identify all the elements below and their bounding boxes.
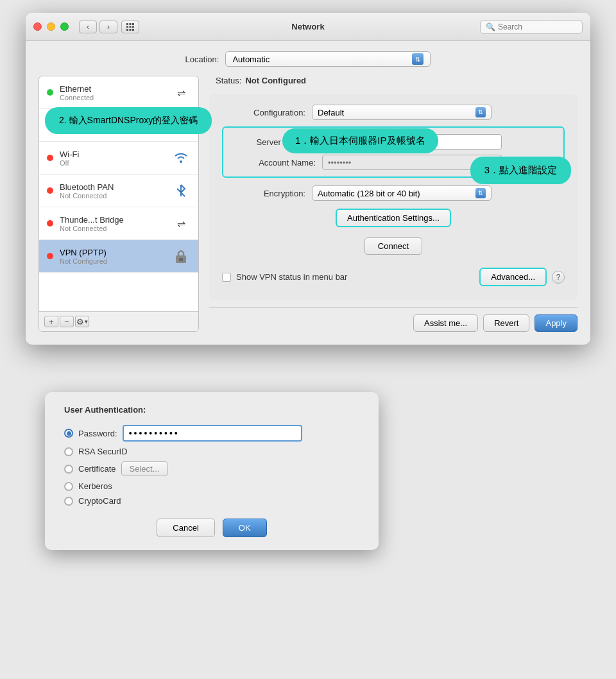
svg-rect-5 (132, 26, 134, 28)
cert-label: Certificate (78, 464, 116, 474)
content-area: Location: Automatic ⇅ Ethernet Connected… (26, 41, 590, 345)
vpn-status-checkbox[interactable] (222, 273, 231, 282)
connect-button[interactable]: Connect (364, 237, 422, 255)
status-row: Status: Not Configured (209, 76, 578, 85)
grid-button[interactable] (121, 21, 139, 33)
cancel-button[interactable]: Cancel (157, 519, 214, 537)
svg-rect-8 (132, 29, 134, 31)
nav-buttons: ‹ › (79, 21, 117, 33)
cryptocard-label: CryptoCard (78, 496, 121, 506)
item-text-bluetooth: Bluetooth PAN Not Connected (60, 182, 171, 200)
item-name-bluetooth: Bluetooth PAN (60, 182, 171, 192)
sidebar-item-vpn[interactable]: VPN (PPTP) Not Configured (39, 240, 198, 273)
password-label: Password: (78, 429, 117, 438)
location-bar: Location: Automatic ⇅ (38, 51, 578, 67)
sidebar-item-thunderbridge[interactable]: Thunde...t Bridge Not Connected ⇌ (39, 207, 198, 240)
item-text-wifi: Wi-Fi Off (60, 150, 171, 167)
status-dot-bluetooth (47, 187, 53, 194)
rsa-row: RSA SecurID (64, 447, 359, 456)
vpn-status-label: Show VPN status in menu bar (236, 272, 347, 282)
account-label: Account Name: (232, 158, 316, 168)
encryption-select[interactable]: Automatic (128 bit or 40 bit) ⇅ (312, 185, 492, 201)
callout-2: 2. 輸入SmartDNSProxy的登入密碼 (45, 107, 212, 134)
revert-button[interactable]: Revert (483, 314, 529, 332)
config-row: Configuration: Default ⇅ (222, 105, 565, 120)
svg-point-9 (180, 160, 182, 163)
location-label: Location: (185, 55, 219, 64)
item-status-bluetooth: Not Connected (60, 192, 171, 200)
wifi-icon (171, 148, 191, 168)
ethernet-icon: ⇌ (171, 83, 191, 102)
select-button[interactable]: Select... (121, 461, 168, 476)
form-area: Configuration: Default ⇅ Server Address: (209, 94, 578, 300)
ok-button[interactable]: OK (223, 519, 267, 537)
config-arrows-icon: ⇅ (475, 107, 486, 117)
status-dot-wifi (47, 155, 53, 161)
assist-button[interactable]: Assist me... (413, 314, 478, 332)
minimize-button[interactable] (47, 22, 55, 31)
password-radio[interactable] (64, 429, 73, 438)
certificate-row: Certificate Select... (64, 461, 359, 476)
item-name-thunderbridge: Thunde...t Bridge (60, 215, 171, 225)
kerberos-label: Kerberos (78, 481, 112, 491)
gear-icon: ⚙ (76, 317, 84, 327)
cryptocard-row: CryptoCard (64, 496, 359, 506)
sidebar-item-wifi[interactable]: Wi-Fi Off (39, 142, 198, 175)
search-input[interactable] (498, 22, 577, 31)
kerberos-row: Kerberos (64, 481, 359, 491)
search-box[interactable]: 🔍 (480, 20, 583, 34)
bottom-buttons: Assist me... Revert Apply (209, 307, 578, 332)
svg-rect-7 (130, 29, 132, 31)
close-button[interactable] (33, 22, 42, 31)
password-input[interactable] (123, 425, 302, 442)
encryption-value: Automatic (128 bit or 40 bit) (318, 189, 475, 198)
right-panel: Status: Not Configured Configuration: De… (209, 76, 578, 332)
dialog-footer: Cancel OK (64, 519, 359, 537)
back-button[interactable]: ‹ (79, 21, 97, 33)
forward-button[interactable]: › (99, 21, 117, 33)
vpn-checkbox-row[interactable]: Show VPN status in menu bar (222, 272, 347, 282)
cryptocard-radio[interactable] (64, 497, 73, 506)
cert-radio[interactable] (64, 465, 73, 474)
sidebar-item-bluetooth[interactable]: Bluetooth PAN Not Connected (39, 175, 198, 207)
item-status-wifi: Off (60, 159, 171, 167)
callout-3: 3．點入進階設定 (470, 157, 571, 184)
rsa-label: RSA SecurID (78, 447, 128, 456)
window-title: Network (291, 22, 324, 31)
location-arrows-icon: ⇅ (412, 53, 424, 65)
svg-rect-0 (126, 23, 128, 25)
item-name-wifi: Wi-Fi (60, 150, 171, 159)
help-button[interactable]: ? (552, 271, 565, 284)
location-select[interactable]: Automatic ⇅ (225, 51, 431, 67)
config-select[interactable]: Default ⇅ (312, 105, 492, 120)
item-status-ethernet: Connected (60, 94, 171, 101)
titlebar: ‹ › Network 🔍 (26, 13, 590, 41)
svg-rect-2 (132, 23, 134, 25)
network-window: ‹ › Network 🔍 Location: (26, 13, 590, 345)
vpn-status-row: Show VPN status in menu bar Advanced... … (222, 268, 565, 286)
svg-rect-3 (126, 26, 128, 28)
status-dot-thunderbridge (47, 220, 53, 227)
config-value: Default (318, 108, 475, 117)
remove-network-button[interactable]: − (60, 316, 74, 327)
add-network-button[interactable]: + (44, 316, 58, 327)
kerberos-radio[interactable] (64, 482, 73, 491)
svg-rect-6 (126, 29, 128, 31)
auth-settings-button[interactable]: Authentication Settings... (336, 209, 451, 227)
svg-rect-1 (130, 23, 132, 25)
sidebar-item-ethernet[interactable]: Ethernet Connected ⇌ (39, 76, 198, 109)
encryption-arrows-icon: ⇅ (475, 188, 486, 198)
item-name-ethernet: Ethernet (60, 84, 171, 94)
status-dot-vpn (47, 253, 53, 259)
vpn-lock-icon (171, 246, 191, 266)
encryption-row: Encryption: Automatic (128 bit or 40 bit… (222, 185, 565, 201)
callout-1: 1．輸入日本伺服器IP及帳號名 (282, 128, 438, 153)
rsa-radio[interactable] (64, 447, 73, 456)
item-name-vpn: VPN (PPTP) (60, 248, 171, 257)
fullscreen-button[interactable] (60, 22, 69, 31)
action-buttons: Authentication Settings... Connect (222, 209, 565, 255)
advanced-button[interactable]: Advanced... (479, 268, 547, 286)
sub-dialog: User Authentication: Password: RSA Secur… (45, 392, 379, 550)
gear-button[interactable]: ⚙ ▾ (75, 316, 89, 327)
apply-button[interactable]: Apply (535, 314, 578, 332)
